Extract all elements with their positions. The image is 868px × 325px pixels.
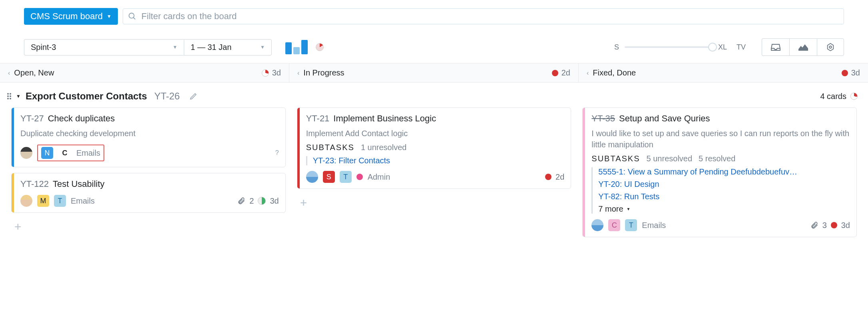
card-id: YT-21: [306, 113, 330, 124]
add-card-button[interactable]: +: [297, 194, 311, 211]
column-header-in-progress[interactable]: ‹ In Progress 2d: [289, 63, 579, 82]
type-badge-task[interactable]: T: [625, 219, 637, 231]
card-id: YT-35: [591, 113, 615, 124]
card-tag: Emails: [71, 196, 95, 206]
status-dot-icon: [831, 222, 837, 228]
card-yt21[interactable]: YT-21 Implement Business Logic Implement…: [297, 107, 571, 189]
settings-button[interactable]: [817, 38, 844, 56]
card-title: Implement Business Logic: [333, 113, 436, 124]
progress-half-icon: [258, 197, 266, 205]
date-range-select[interactable]: 1 — 31 Jan ▼: [184, 39, 272, 55]
search-input[interactable]: [141, 11, 839, 22]
column-in-progress: YT-21 Implement Business Logic Implement…: [291, 107, 577, 237]
svg-point-0: [129, 13, 134, 18]
card-yt122[interactable]: YT-122 Test Usability M T Emails 2 3d: [11, 173, 286, 213]
cards-count: 4 cards: [820, 92, 846, 101]
chevron-left-icon: ‹: [8, 69, 10, 77]
column-open: YT-27 Check duplicates Duplicate checkin…: [6, 107, 291, 237]
search-field[interactable]: [123, 8, 844, 24]
column-done: YT-35 Setup and Save Quries I would like…: [577, 107, 862, 237]
card-title: Check duplicates: [48, 113, 115, 124]
status-dot-icon: [545, 174, 551, 180]
sprint-select[interactable]: Spint-3 ▼: [24, 39, 184, 55]
progress-pie-icon: [850, 93, 858, 100]
card-time: 2d: [555, 172, 564, 182]
card-id: YT-27: [20, 113, 44, 124]
board-select-button[interactable]: CMS Scrum board ▼: [24, 8, 118, 25]
type-badge[interactable]: C: [59, 147, 71, 159]
card-tag: Emails: [642, 221, 666, 230]
priority-badge-critical[interactable]: C: [608, 219, 620, 231]
column-header-done[interactable]: ‹ Fixed, Done 3d: [579, 63, 868, 82]
card-time: 3d: [841, 221, 850, 230]
subtask-link[interactable]: 5555-1: View a Summary of Pending Deefub…: [598, 167, 850, 176]
column-title: Fixed, Done: [593, 68, 636, 77]
caret-down-icon: ▼: [107, 14, 111, 19]
avatar[interactable]: [306, 171, 318, 183]
status-dot-icon: [552, 70, 558, 76]
card-description: Duplicate checking development: [20, 128, 279, 139]
inbox-button[interactable]: [762, 38, 789, 56]
swimlane-id: YT-26: [154, 91, 180, 102]
attachment-count: 2: [249, 196, 254, 206]
card-yt35[interactable]: YT-35 Setup and Save Quries I would like…: [582, 107, 857, 237]
board-name: CMS Scrum board: [30, 11, 103, 22]
avatar[interactable]: [20, 195, 32, 207]
sprint-value: Spint-3: [31, 43, 56, 52]
type-badge-task[interactable]: T: [54, 195, 66, 207]
column-time: 3d: [272, 68, 281, 77]
subtask-link[interactable]: YT-23: Filter Contacts: [313, 156, 565, 165]
type-badge-task[interactable]: T: [340, 171, 352, 183]
priority-badge-normal[interactable]: N: [41, 147, 53, 159]
card-yt27[interactable]: YT-27 Check duplicates Duplicate checkin…: [11, 107, 286, 167]
card-title: Setup and Save Quries: [619, 113, 710, 124]
card-id: YT-122: [20, 179, 49, 189]
avatar[interactable]: [20, 147, 32, 159]
slider-max-label: XL: [718, 43, 727, 52]
add-card-button[interactable]: +: [11, 218, 25, 235]
attachment-icon[interactable]: [237, 197, 245, 205]
subtasks-resolved: 5 resolved: [699, 154, 735, 163]
column-title: In Progress: [303, 68, 344, 77]
help-icon[interactable]: ?: [275, 149, 279, 157]
priority-badge-major[interactable]: M: [37, 195, 49, 207]
attachment-count: 3: [822, 221, 827, 230]
subtasks-count: 1 unresolved: [361, 143, 407, 152]
card-role: Admin: [368, 172, 390, 182]
status-dot-icon: [356, 174, 363, 180]
card-size-slider[interactable]: [625, 46, 713, 48]
attachment-icon[interactable]: [810, 221, 818, 229]
slider-min-label: S: [614, 43, 619, 52]
tv-mode-label[interactable]: TV: [737, 43, 746, 52]
subtasks-unresolved: 5 unresolved: [647, 154, 693, 163]
card-title: Test Usability: [53, 179, 105, 189]
priority-badge-showstopper[interactable]: S: [323, 171, 335, 183]
subtask-more-button[interactable]: 7 more ▼: [598, 204, 850, 214]
card-tag: Emails: [76, 149, 100, 158]
subtasks-label: SUBTASKS: [306, 143, 354, 152]
caret-down-icon: ▼: [173, 44, 177, 50]
column-header-open[interactable]: ‹ Open, New 3d: [0, 63, 289, 82]
collapse-caret-icon[interactable]: ▼: [16, 93, 21, 99]
svg-point-3: [829, 46, 832, 48]
chevron-left-icon: ‹: [297, 69, 299, 77]
chart-button[interactable]: [789, 38, 817, 56]
slider-thumb[interactable]: [708, 43, 717, 52]
column-time: 3d: [851, 68, 860, 77]
progress-pie-icon: [316, 43, 324, 51]
avatar[interactable]: [591, 219, 603, 231]
chevron-left-icon: ‹: [587, 69, 589, 77]
swimlane-title: Export Customer Contacts: [26, 91, 147, 102]
card-description: Implement Add Contact logic: [306, 128, 565, 139]
caret-down-icon: ▼: [627, 207, 631, 211]
edit-icon[interactable]: [189, 92, 197, 100]
subtask-link[interactable]: YT-82: Run Tests: [598, 192, 850, 201]
drag-handle-icon[interactable]: [7, 93, 11, 99]
svg-line-1: [133, 18, 135, 20]
subtask-link[interactable]: YT-20: UI Design: [598, 180, 850, 189]
highlighted-tags: N C Emails: [37, 145, 104, 161]
date-value: 1 — 31 Jan: [191, 43, 231, 52]
card-time: 3d: [270, 196, 279, 206]
column-time: 2d: [561, 68, 570, 77]
search-icon: [128, 12, 137, 21]
